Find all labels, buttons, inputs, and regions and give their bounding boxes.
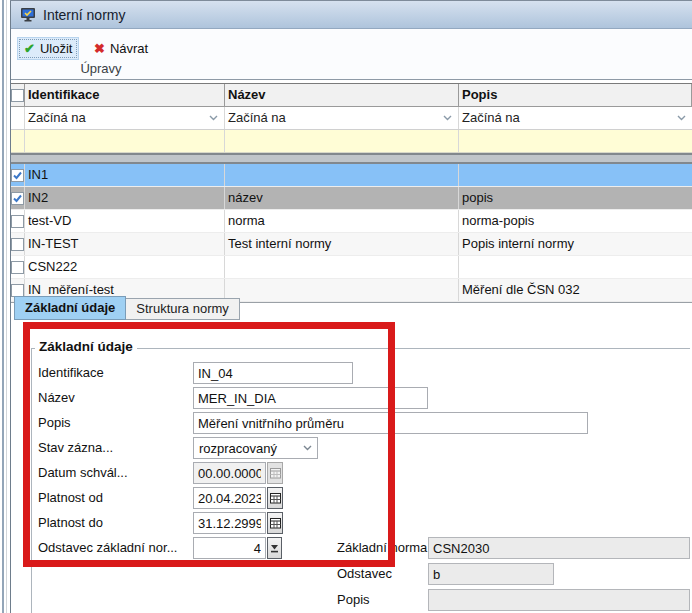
popis-right-field[interactable]	[428, 589, 690, 611]
identifikace-field[interactable]	[193, 362, 353, 384]
row-checkbox[interactable]	[11, 238, 24, 251]
background-window-edge-light	[6, 0, 7, 613]
cell-popis	[459, 164, 692, 186]
down-arrow-to-bar-icon	[270, 543, 279, 553]
row-checkbox[interactable]	[11, 284, 24, 297]
cell-nazev: norma	[225, 210, 459, 232]
nazev-field[interactable]	[193, 387, 428, 409]
table-row[interactable]: test-VD norma norma-popis	[11, 210, 692, 233]
calendar-icon	[270, 517, 281, 529]
cell-nazev	[225, 256, 459, 278]
table-row[interactable]: CSN222	[11, 256, 692, 279]
grid-splitter	[11, 153, 692, 164]
chevron-down-icon	[443, 115, 452, 121]
chevron-down-icon	[677, 115, 686, 121]
row-checkbox[interactable]	[11, 261, 24, 274]
filter-input-identifikace[interactable]	[25, 130, 225, 152]
cell-identifikace: IN1	[25, 164, 225, 186]
filter-operator-popis[interactable]: Začíná na	[459, 107, 692, 129]
filter-operator-nazev[interactable]: Začíná na	[225, 107, 459, 129]
filter-input-popis[interactable]	[459, 130, 692, 152]
chevron-down-icon	[209, 115, 218, 121]
popis-field[interactable]	[193, 412, 588, 434]
field-label-stav-zaznamu: Stav zázna...	[38, 437, 113, 459]
save-check-icon: ✔	[24, 42, 35, 55]
background-window-edge	[2, 0, 4, 613]
odstavec-zakladni-normy-field[interactable]	[193, 537, 266, 559]
window-monitor-icon	[20, 7, 36, 23]
row-checkbox[interactable]	[11, 215, 24, 228]
row-checkbox[interactable]	[11, 192, 24, 205]
platnost-do-field[interactable]	[193, 512, 266, 534]
field-label-platnost-do: Platnost do	[38, 512, 103, 534]
calendar-icon	[270, 492, 281, 504]
field-label-odstavec-zakladni-normy: Odstavec základní nor...	[38, 537, 177, 559]
save-button-label: Uložit	[40, 41, 73, 56]
cell-nazev: Test interní normy	[225, 233, 459, 255]
cell-popis	[459, 256, 692, 278]
platnost-od-calendar-button[interactable]	[267, 487, 283, 509]
datum-schvaleni-calendar-button[interactable]	[267, 462, 283, 484]
column-header-identifikace[interactable]: Identifikace	[25, 84, 225, 106]
cell-popis: norma-popis	[459, 210, 692, 232]
grid-header-row: Identifikace Název Popis	[11, 84, 692, 107]
norms-grid: Identifikace Název Popis Začíná na Začín…	[11, 83, 692, 303]
back-cross-icon: ✖	[94, 42, 105, 55]
cell-nazev	[225, 164, 459, 186]
window-title: Interní normy	[43, 7, 125, 23]
filter-input-nazev[interactable]	[225, 130, 459, 152]
cell-popis: popis	[459, 187, 692, 209]
filter-input-checkbox-cell	[11, 130, 25, 152]
platnost-do-calendar-button[interactable]	[267, 512, 283, 534]
field-label-identifikace: Identifikace	[38, 362, 104, 384]
table-row[interactable]: IN1	[11, 164, 692, 187]
table-row[interactable]: IN-TEST Test interní normy Popis interní…	[11, 233, 692, 256]
odstavec-spinner-button[interactable]	[267, 537, 282, 559]
window-titlebar: Interní normy	[11, 1, 692, 29]
row-checkbox[interactable]	[11, 169, 24, 182]
tab-zakladni-udaje[interactable]: Základní údaje	[14, 296, 126, 320]
grid-filter-row: Začíná na Začíná na Začíná na	[11, 107, 692, 130]
header-checkbox-cell	[11, 84, 25, 106]
grid-filter-input-row	[11, 130, 692, 153]
field-label-popis-right: Popis	[337, 589, 370, 611]
table-row[interactable]: IN2 název popis	[11, 187, 692, 210]
stav-zaznamu-select[interactable]: rozpracovaný	[193, 437, 318, 459]
groupbox-title: Základní údaje	[35, 339, 137, 354]
odstavec-field[interactable]	[428, 563, 554, 585]
toolbar-group-label: Úpravy	[21, 61, 181, 76]
field-label-zakladni-norma: Základní norma	[337, 537, 427, 559]
tabstrip: Základní údaje Struktura normy	[11, 296, 692, 320]
column-header-nazev[interactable]: Název	[225, 84, 459, 106]
field-label-nazev: Název	[38, 387, 75, 409]
calendar-icon	[270, 467, 281, 479]
cell-popis: Popis interní normy	[459, 233, 692, 255]
datum-schvaleni-field[interactable]	[193, 462, 266, 484]
platnost-od-field[interactable]	[193, 487, 266, 509]
cell-nazev: název	[225, 187, 459, 209]
cell-identifikace: IN-TEST	[25, 233, 225, 255]
cell-identifikace: IN2	[25, 187, 225, 209]
field-label-popis: Popis	[38, 412, 71, 434]
cell-identifikace: test-VD	[25, 210, 225, 232]
field-label-odstavec: Odstavec	[337, 563, 392, 585]
back-button[interactable]: ✖ Návrat	[87, 37, 155, 60]
filter-operator-identifikace[interactable]: Začíná na	[25, 107, 225, 129]
zakladni-norma-field[interactable]	[428, 537, 690, 559]
screen: Interní normy ✔ Uložit ✖ Návrat Úpravy I…	[0, 0, 692, 613]
select-all-checkbox[interactable]	[11, 89, 24, 102]
chevron-down-icon	[303, 445, 312, 451]
tab-struktura-normy[interactable]: Struktura normy	[126, 298, 239, 320]
field-label-platnost-od: Platnost od	[38, 487, 103, 509]
toolbar: ✔ Uložit ✖ Návrat Úpravy	[11, 29, 692, 80]
cell-identifikace: CSN222	[25, 256, 225, 278]
filter-checkbox-cell	[11, 107, 25, 129]
column-header-popis[interactable]: Popis	[459, 84, 692, 106]
field-label-datum-schvaleni: Datum schvál...	[38, 462, 128, 484]
save-button[interactable]: ✔ Uložit	[17, 37, 79, 60]
back-button-label: Návrat	[110, 41, 148, 56]
